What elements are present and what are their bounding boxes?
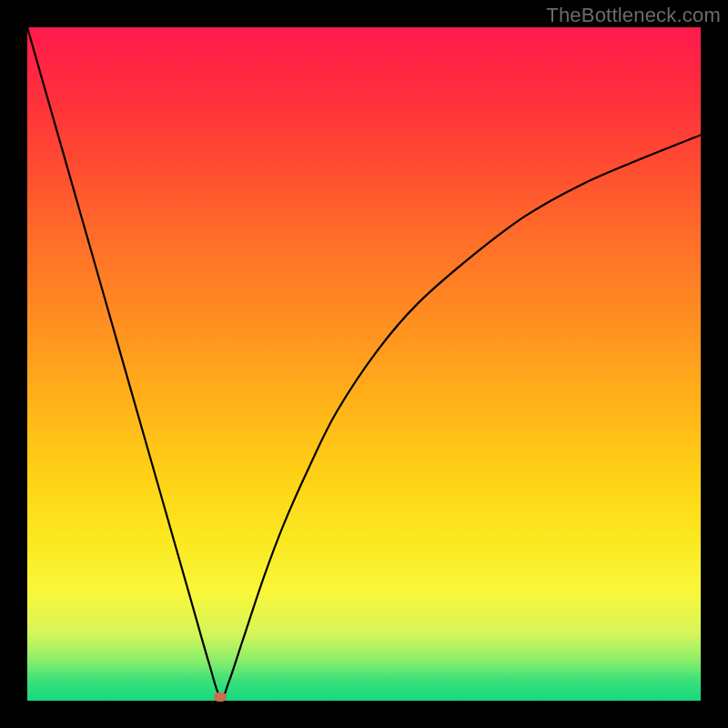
plot-area [27,27,701,701]
curve-svg [27,27,701,701]
bottleneck-curve-path [27,27,701,698]
chart-container: TheBottleneck.com [0,0,728,728]
watermark-text: TheBottleneck.com [546,4,721,27]
min-point-marker [214,693,227,702]
